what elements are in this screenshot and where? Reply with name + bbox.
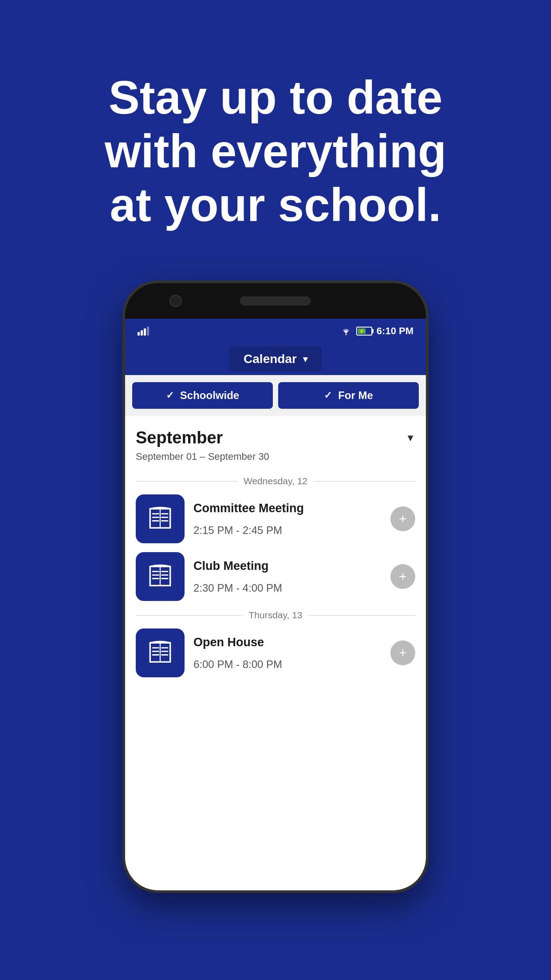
committee-add-button[interactable]: + [390, 506, 415, 531]
club-add-button[interactable]: + [390, 564, 415, 589]
openhouse-event-icon [136, 628, 185, 677]
battery-fill: ⚡ [358, 328, 366, 334]
signal-bar-3 [144, 328, 146, 336]
for-me-check-icon: ✓ [324, 390, 332, 401]
battery-icon: ⚡ [356, 327, 372, 336]
phone-screen: ⚡ 6:10 PM Calendar ▾ [125, 319, 426, 890]
chevron-down-icon: ▾ [303, 354, 307, 364]
screen-inner: ⚡ 6:10 PM Calendar ▾ [125, 319, 426, 890]
hero-line1: Stay up to date [109, 71, 443, 123]
openhouse-title: Open House [193, 636, 382, 649]
openhouse-time: 6:00 PM - 8:00 PM [193, 658, 382, 671]
event-item-committee: Committee Meeting 2:15 PM - 2:45 PM + [136, 494, 415, 543]
book-icon-openhouse [145, 638, 175, 668]
hero-text: Stay up to date with everything at your … [35, 36, 516, 258]
app-bar: Calendar ▾ [125, 343, 426, 375]
day-divider-line-left-wed [136, 481, 237, 482]
month-dropdown-arrow[interactable]: ▼ [405, 432, 415, 444]
wifi-icon [340, 327, 352, 336]
for-me-label: For Me [338, 389, 373, 402]
plus-icon-openhouse: + [399, 646, 407, 660]
signal-bar-1 [138, 332, 140, 336]
club-details: Club Meeting 2:30 PM - 4:00 PM [193, 559, 382, 594]
hero-line3: at your school. [110, 179, 441, 231]
hero-line2: with everything [105, 125, 446, 177]
schoolwide-check-icon: ✓ [166, 390, 174, 401]
committee-time: 2:15 PM - 2:45 PM [193, 524, 382, 537]
club-time: 2:30 PM - 4:00 PM [193, 582, 382, 594]
month-title: September [136, 428, 223, 447]
status-left [138, 327, 149, 336]
month-header: September ▼ [136, 428, 415, 447]
status-right: ⚡ 6:10 PM [340, 325, 413, 337]
for-me-filter-button[interactable]: ✓ For Me [278, 382, 419, 409]
filter-bar: ✓ Schoolwide ✓ For Me [125, 375, 426, 416]
day-divider-wed: Wednesday, 12 [136, 476, 415, 486]
committee-event-icon [136, 494, 185, 543]
status-bar: ⚡ 6:10 PM [125, 319, 426, 343]
day-divider-line-right-thu [309, 615, 416, 616]
phone-top-bezel [125, 283, 426, 319]
day-divider-line-right-wed [314, 481, 415, 482]
openhouse-add-button[interactable]: + [390, 640, 415, 665]
signal-bar-2 [141, 330, 143, 336]
hero-section: Stay up to date with everything at your … [0, 0, 551, 281]
schoolwide-filter-button[interactable]: ✓ Schoolwide [132, 382, 273, 409]
plus-icon-committee: + [399, 512, 407, 526]
phone: ⚡ 6:10 PM Calendar ▾ [122, 281, 429, 893]
book-icon-club [145, 561, 175, 592]
date-range: September 01 – September 30 [136, 451, 415, 462]
schoolwide-label: Schoolwide [180, 389, 239, 402]
event-item-openhouse: Open House 6:00 PM - 8:00 PM + [136, 628, 415, 677]
phone-camera [169, 295, 182, 307]
committee-details: Committee Meeting 2:15 PM - 2:45 PM [193, 502, 382, 537]
calendar-dropdown-button[interactable]: Calendar ▾ [229, 347, 322, 371]
calendar-title: Calendar [244, 352, 297, 366]
day-label-wed: Wednesday, 12 [244, 476, 307, 486]
phone-wrapper: ⚡ 6:10 PM Calendar ▾ [0, 281, 551, 893]
signal-bar-4 [147, 327, 149, 336]
battery-bolt: ⚡ [359, 328, 364, 333]
committee-title: Committee Meeting [193, 502, 382, 515]
day-divider-line-left-thu [136, 615, 243, 616]
signal-bars [138, 327, 149, 336]
day-label-thu: Thursday, 13 [249, 610, 303, 620]
book-icon-committee [145, 504, 175, 534]
calendar-content: September ▼ September 01 – September 30 … [125, 416, 426, 890]
club-event-icon [136, 552, 185, 601]
openhouse-details: Open House 6:00 PM - 8:00 PM [193, 636, 382, 671]
svg-point-0 [345, 334, 346, 335]
day-divider-thu: Thursday, 13 [136, 610, 415, 620]
phone-speaker [240, 296, 311, 305]
status-time: 6:10 PM [377, 325, 413, 337]
club-title: Club Meeting [193, 559, 382, 573]
plus-icon-club: + [399, 570, 407, 583]
event-item-club: Club Meeting 2:30 PM - 4:00 PM + [136, 552, 415, 601]
